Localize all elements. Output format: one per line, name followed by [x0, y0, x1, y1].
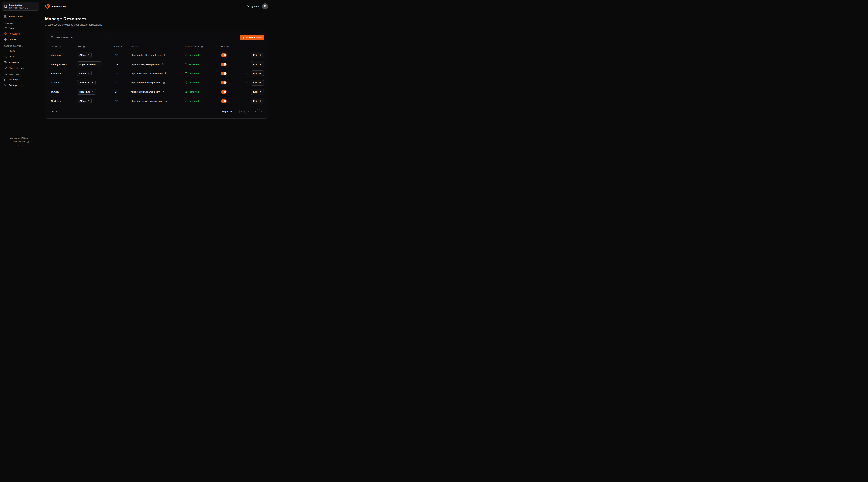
sidebar-item-roles[interactable]: Roles: [2, 54, 39, 60]
row-menu-button[interactable]: [244, 99, 248, 103]
row-menu-button[interactable]: [244, 62, 248, 66]
copy-icon[interactable]: [163, 53, 167, 57]
row-menu-button[interactable]: [244, 81, 248, 85]
site-name: Office: [79, 100, 86, 102]
row-menu-button[interactable]: [244, 53, 248, 57]
documentation-link[interactable]: Documentation: [12, 140, 29, 143]
column-header-authentication[interactable]: Authentication: [185, 45, 204, 48]
edit-button[interactable]: Edit: [251, 98, 264, 104]
avatar[interactable]: M: [262, 3, 268, 9]
search-icon: [51, 36, 54, 39]
edit-button[interactable]: Edit: [251, 52, 264, 58]
first-page-button[interactable]: [239, 109, 245, 114]
access-url: https://grafana.example.com: [131, 82, 160, 84]
add-resource-button[interactable]: Add Resource: [240, 35, 265, 40]
site-link-button[interactable]: Office: [77, 52, 92, 58]
sidebar-item-invitations[interactable]: Invitations: [2, 60, 39, 65]
last-page-button[interactable]: [259, 109, 265, 114]
sidebar-item-server-admin[interactable]: Server Admin: [2, 14, 39, 20]
sidebar-item-domains[interactable]: Domains: [2, 37, 39, 42]
copy-icon[interactable]: [164, 72, 168, 75]
sidebar-item-label: Roles: [8, 55, 14, 58]
resource-name: Immich: [49, 91, 75, 93]
column-label: Name: [52, 45, 58, 48]
org-selector[interactable]: Organization milo@fossorial.io's ...: [2, 2, 39, 10]
sidebar-item-label: Shareable Links: [8, 67, 25, 69]
sidebar-item-settings[interactable]: Settings: [2, 83, 39, 88]
book-icon: [27, 141, 29, 143]
copy-icon[interactable]: [161, 90, 165, 94]
sidebar-item-users[interactable]: Users: [2, 48, 39, 54]
access-url: https://bitwarden.example.com: [131, 72, 163, 75]
toggle-knob: [224, 54, 226, 56]
edit-button[interactable]: Edit: [251, 70, 264, 76]
moon-icon: [247, 5, 249, 8]
org-subtitle: milo@fossorial.io's ...: [9, 7, 33, 9]
search-input[interactable]: [49, 34, 111, 40]
copy-icon[interactable]: [161, 62, 164, 66]
toggle-knob: [224, 82, 226, 84]
toggle-knob: [224, 63, 226, 66]
theme-toggle[interactable]: System: [247, 5, 259, 8]
site-link-button[interactable]: Office: [77, 98, 92, 104]
enabled-toggle[interactable]: [221, 72, 226, 75]
site-link-button[interactable]: Home Lab: [77, 89, 96, 95]
sidebar-item-sites[interactable]: Sites: [2, 25, 39, 31]
site-name: Office: [79, 72, 86, 75]
building-icon: [4, 5, 7, 8]
sidebar-item-label: Sites: [8, 27, 14, 29]
shield-check-icon: [185, 100, 187, 102]
column-header-enabled: Enabled: [219, 45, 239, 48]
column-header-name[interactable]: Name: [51, 45, 62, 48]
version-label: v1.7.0: [2, 144, 39, 147]
table-row: Authentik Office TCP https://authentik.e…: [49, 50, 265, 60]
access-url: https://authentik.example.com: [131, 54, 162, 56]
org-title: Organization: [9, 4, 33, 6]
mail-icon: [4, 61, 7, 64]
resources-icon: [4, 32, 7, 35]
page-size-value: 20: [51, 110, 54, 113]
sidebar-item-api-keys[interactable]: API Keys: [2, 77, 39, 83]
edit-button[interactable]: Edit: [251, 79, 264, 86]
site-link-button[interactable]: AWS VPC: [77, 80, 96, 85]
site-link-button[interactable]: Edge Device 01: [77, 61, 102, 67]
sidebar-item-shareable-links[interactable]: Shareable Links: [2, 65, 39, 71]
edit-label: Edit: [253, 72, 257, 75]
community-edition-link[interactable]: Community Edition: [10, 136, 31, 140]
sidebar-resize-handle[interactable]: [41, 72, 41, 77]
edit-button[interactable]: Edit: [251, 61, 264, 67]
site-link-button[interactable]: Office: [77, 71, 92, 76]
arrow-up-right-icon: [87, 100, 89, 102]
sidebar-item-label: Users: [8, 50, 14, 52]
enabled-toggle[interactable]: [221, 90, 226, 94]
enabled-toggle[interactable]: [221, 63, 226, 66]
enabled-toggle[interactable]: [221, 99, 226, 103]
sidebar-footer: Community Edition Documentation v1.7.0: [2, 135, 39, 147]
next-page-button[interactable]: [253, 109, 258, 114]
globe-icon: [4, 38, 7, 41]
brand: PANGOLIN: [45, 4, 66, 9]
access-url: https://immich.example.com: [131, 91, 160, 93]
resource-name: Authentik: [49, 54, 75, 56]
row-menu-button[interactable]: [244, 90, 248, 94]
table-body: Authentik Office TCP https://authentik.e…: [49, 50, 265, 105]
shield-check-icon: [185, 54, 187, 56]
topbar: PANGOLIN System M: [45, 0, 268, 12]
chevron-down-icon: [55, 110, 57, 113]
protocol-value: TCP: [111, 54, 129, 56]
external-link-icon: [28, 137, 31, 139]
edit-button[interactable]: Edit: [251, 89, 264, 95]
enabled-toggle[interactable]: [221, 54, 226, 57]
row-menu-button[interactable]: [244, 71, 248, 75]
table-row: Grafana AWS VPC TCP https://grafana.exam…: [49, 78, 265, 87]
column-header-site[interactable]: Site: [77, 45, 86, 48]
sidebar-item-resources[interactable]: Resources: [2, 31, 39, 37]
protocol-value: TCP: [111, 82, 129, 84]
copy-icon[interactable]: [162, 81, 165, 85]
edit-label: Edit: [253, 63, 257, 66]
copy-icon[interactable]: [164, 99, 167, 103]
arrow-up-right-icon: [87, 54, 89, 56]
enabled-toggle[interactable]: [221, 81, 226, 84]
page-size-select[interactable]: 20: [49, 108, 59, 114]
prev-page-button[interactable]: [246, 109, 251, 114]
